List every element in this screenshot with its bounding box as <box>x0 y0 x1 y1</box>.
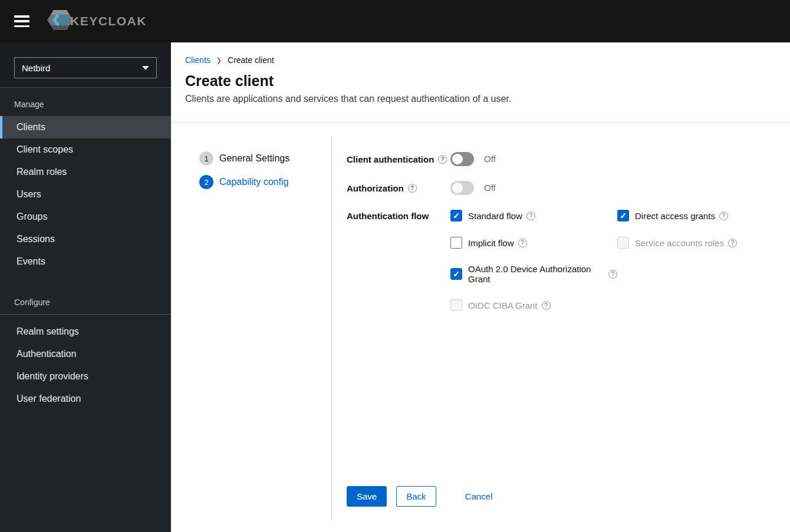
oauth-device-grant-checkbox[interactable] <box>450 268 462 280</box>
form-footer: Save Back Cancel <box>347 486 790 507</box>
sidebar-item-realm-settings[interactable]: Realm settings <box>0 320 171 343</box>
flow-option-implicit-flow: Implicit flow <box>450 237 617 249</box>
help-icon[interactable] <box>526 212 535 220</box>
back-button[interactable]: Back <box>396 486 436 507</box>
flow-option-standard-flow: Standard flow <box>450 210 617 222</box>
page-title: Create client <box>185 72 776 90</box>
realm-selector[interactable]: Netbird <box>14 57 157 78</box>
label-text: Client authentication <box>347 154 434 164</box>
flow-option-direct-access-grants: Direct access grants <box>617 210 737 222</box>
sidebar-item-sessions[interactable]: Sessions <box>0 228 171 250</box>
chevron-down-icon <box>142 66 149 70</box>
breadcrumb-clients-link[interactable]: Clients <box>185 55 210 65</box>
step-label: Capability config <box>219 177 288 187</box>
sidebar-item-clients[interactable]: Clients <box>0 116 171 138</box>
hamburger-menu-icon[interactable] <box>14 15 29 27</box>
flow-option-label[interactable]: Implicit flow <box>468 238 514 248</box>
client-authentication-label: Client authentication <box>347 152 450 164</box>
flow-option-label[interactable]: Direct access grants <box>635 211 715 221</box>
nav-section-manage: Manage Clients Client scopes Realm roles… <box>0 88 171 273</box>
brand-name: KEYCLOAK <box>70 14 147 28</box>
flow-option-label: OIDC CIBA Grant <box>468 300 538 310</box>
authorization-group: Authorization Off <box>347 181 790 195</box>
realm-selector-value: Netbird <box>22 63 50 73</box>
sidebar: Netbird Manage Clients Client scopes Rea… <box>0 42 171 532</box>
sidebar-item-events[interactable]: Events <box>0 250 171 273</box>
wizard-step-capability-config[interactable]: 2 Capability config <box>199 175 331 189</box>
sidebar-item-client-scopes[interactable]: Client scopes <box>0 138 171 161</box>
help-icon[interactable] <box>719 212 728 220</box>
authorization-toggle <box>450 181 474 195</box>
nav-section-title-manage: Manage <box>0 88 171 116</box>
keycloak-logo: KEYCLOAK <box>47 9 147 33</box>
step-number-badge: 1 <box>199 151 213 166</box>
help-icon[interactable] <box>728 239 737 247</box>
authorization-label: Authorization <box>347 181 450 193</box>
flow-option-oidc-ciba-grant: OIDC CIBA Grant <box>450 299 617 311</box>
nav-section-title-configure: Configure <box>0 286 171 315</box>
authentication-flow-group: Authentication flow Standard flow Direct… <box>347 210 790 311</box>
label-text: Authentication flow <box>347 211 429 221</box>
breadcrumb-separator-icon: ❯ <box>216 57 222 64</box>
flow-option-label: Service accounts roles <box>635 238 724 248</box>
wizard-steps: 1 General Settings 2 Capability config <box>171 137 332 519</box>
standard-flow-checkbox[interactable] <box>450 210 462 222</box>
wizard-content: 1 General Settings 2 Capability config C… <box>171 123 790 532</box>
sidebar-item-users[interactable]: Users <box>0 183 171 206</box>
client-authentication-group: Client authentication Off <box>347 152 790 166</box>
sidebar-item-groups[interactable]: Groups <box>0 206 171 228</box>
flow-option-label[interactable]: Standard flow <box>468 211 522 221</box>
breadcrumb-current: Create client <box>228 55 274 65</box>
step-number-badge: 2 <box>199 175 213 189</box>
direct-access-grants-checkbox[interactable] <box>617 210 629 222</box>
wizard-step-general-settings[interactable]: 1 General Settings <box>199 151 331 166</box>
nav-section-configure: Configure Realm settings Authentication … <box>0 286 171 410</box>
help-icon[interactable] <box>608 270 617 279</box>
toggle-knob <box>452 183 463 193</box>
help-icon[interactable] <box>542 301 551 310</box>
help-icon[interactable] <box>518 239 527 247</box>
authentication-flow-options: Standard flow Direct access grants Impli… <box>450 210 737 311</box>
client-authentication-state: Off <box>484 152 496 164</box>
flow-option-oauth-device-grant: OAuth 2.0 Device Authorization Grant <box>450 264 617 284</box>
sidebar-item-user-federation[interactable]: User federation <box>0 388 171 410</box>
sidebar-item-identity-providers[interactable]: Identity providers <box>0 365 171 388</box>
service-accounts-roles-checkbox <box>617 237 629 249</box>
realm-selector-area: Netbird <box>0 42 171 88</box>
help-icon[interactable] <box>438 155 447 164</box>
save-button[interactable]: Save <box>347 486 387 507</box>
sidebar-item-authentication[interactable]: Authentication <box>0 343 171 365</box>
flow-option-label[interactable]: OAuth 2.0 Device Authorization Grant <box>468 264 604 284</box>
sidebar-item-realm-roles[interactable]: Realm roles <box>0 161 171 183</box>
authentication-flow-label: Authentication flow <box>347 210 450 221</box>
main-content: Clients ❯ Create client Create client Cl… <box>171 0 790 532</box>
help-icon[interactable] <box>408 184 417 193</box>
label-text: Authorization <box>347 183 404 193</box>
client-authentication-toggle[interactable] <box>450 152 474 166</box>
authorization-state: Off <box>484 181 496 193</box>
capability-config-form: Client authentication Off Authorization … <box>332 123 790 532</box>
top-bar: KEYCLOAK <box>0 0 790 42</box>
flow-option-service-accounts-roles: Service accounts roles <box>617 237 737 249</box>
step-label: General Settings <box>219 153 289 164</box>
page-subtitle: Clients are applications and services th… <box>185 94 776 104</box>
oidc-ciba-grant-checkbox <box>450 299 462 311</box>
implicit-flow-checkbox[interactable] <box>450 237 462 249</box>
cancel-button[interactable]: Cancel <box>456 487 502 506</box>
page-header: Clients ❯ Create client Create client Cl… <box>171 42 790 123</box>
toggle-knob <box>452 154 463 164</box>
breadcrumb: Clients ❯ Create client <box>185 55 776 65</box>
